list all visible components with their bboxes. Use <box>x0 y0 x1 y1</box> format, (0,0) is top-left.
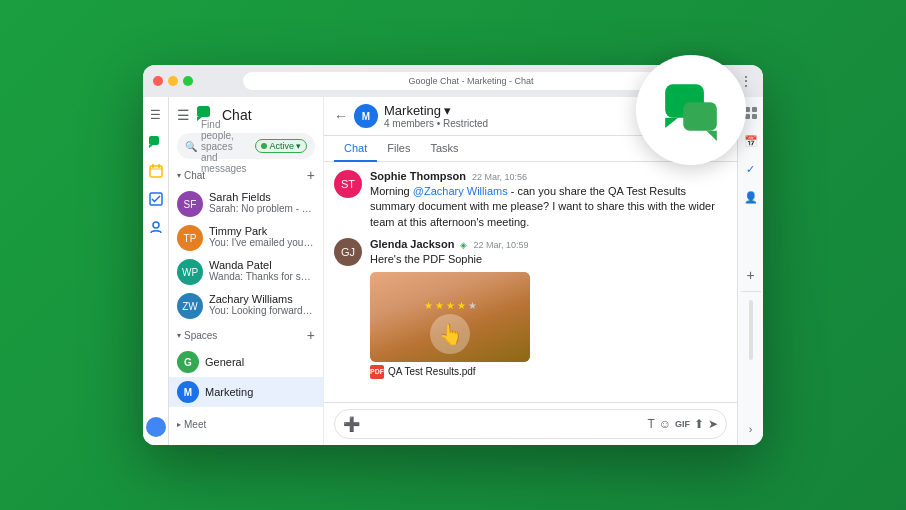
hand-graphic: 👆 <box>430 314 470 354</box>
chat-section-header[interactable]: ▾ Chat + <box>169 163 323 187</box>
meet-arrow: ▸ <box>177 420 181 429</box>
active-dot <box>261 143 267 149</box>
glenda-header: Glenda Jackson ◈ 22 Mar, 10:59 <box>370 238 727 250</box>
right-tasks-icon[interactable]: ✓ <box>741 159 761 179</box>
sidebar: ☰ Chat 🔍 Find people, spaces and message… <box>169 97 324 445</box>
sarah-avatar: SF <box>177 191 203 217</box>
glenda-time: 22 Mar, 10:59 <box>473 240 528 250</box>
gif-button[interactable]: GIF <box>675 419 690 429</box>
svg-point-11 <box>153 222 159 228</box>
star-4: ★ <box>457 300 466 311</box>
people-rail-icon[interactable] <box>146 217 166 237</box>
space-general[interactable]: G General <box>169 347 323 377</box>
sidebar-search[interactable]: 🔍 Find people, spaces and messages Activ… <box>177 133 315 159</box>
right-people-icon[interactable]: 👤 <box>741 187 761 207</box>
right-chevron-icon[interactable]: › <box>741 419 761 439</box>
glenda-text: Here's the PDF Sophie <box>370 252 727 267</box>
compose-input[interactable] <box>366 418 641 430</box>
mention-zachary: @Zachary Williams <box>413 185 508 197</box>
user-avatar-rail[interactable] <box>146 417 166 437</box>
star-2: ★ <box>435 300 444 311</box>
tab-tasks[interactable]: Tasks <box>420 136 468 162</box>
zachary-text: Zachary Williams You: Looking forward to… <box>209 293 315 316</box>
traffic-lights <box>153 76 193 86</box>
url-bar[interactable]: Google Chat - Marketing - Chat <box>243 72 699 90</box>
meet-section[interactable]: ▸ Meet <box>169 415 323 434</box>
send-button[interactable]: ➤ <box>708 417 718 431</box>
pdf-preview-image: ★ ★ ★ ★ ★ 👆 <box>370 272 530 362</box>
chat-item-timmy[interactable]: TP Timmy Park You: I've emailed you a co… <box>169 221 323 255</box>
general-icon: G <box>177 351 199 373</box>
compose-area: ➕ T ☺ GIF ⬆ ➤ <box>324 402 737 445</box>
hamburger-icon[interactable]: ☰ <box>177 107 190 123</box>
chat-item-wanda[interactable]: WP Wanda Patel Wanda: Thanks for sharing… <box>169 255 323 289</box>
tl-green[interactable] <box>183 76 193 86</box>
chat-logo-circle <box>636 55 746 165</box>
outer-background: Google Chat - Marketing - Chat ⋮ ☰ <box>0 0 906 510</box>
svg-rect-2 <box>683 102 717 130</box>
timmy-preview: You: I've emailed you a copy of my lates… <box>209 237 315 248</box>
space-marketing[interactable]: M Marketing <box>169 377 323 407</box>
marketing-icon: M <box>177 381 199 403</box>
active-label: Active <box>269 141 294 151</box>
tab-chat[interactable]: Chat <box>334 136 377 162</box>
timmy-avatar: TP <box>177 225 203 251</box>
tasks-rail-icon[interactable] <box>146 189 166 209</box>
wanda-avatar: WP <box>177 259 203 285</box>
pdf-file-row[interactable]: PDF QA Test Results.pdf <box>370 365 727 379</box>
chat-item-zachary[interactable]: ZW Zachary Williams You: Looking forward… <box>169 289 323 323</box>
right-add-button[interactable]: + <box>746 267 754 283</box>
sophie-avatar: ST <box>334 170 362 198</box>
right-divider <box>741 291 761 292</box>
meet-label: Meet <box>184 419 206 430</box>
zachary-name: Zachary Williams <box>209 293 315 305</box>
sarah-preview: Sarah: No problem - all good! <box>209 203 315 214</box>
add-space-button[interactable]: + <box>307 327 315 343</box>
active-chevron: ▾ <box>296 141 301 151</box>
chat-section-arrow: ▾ <box>177 171 181 180</box>
chat-item-sarah[interactable]: SF Sarah Fields Sarah: No problem - all … <box>169 187 323 221</box>
right-scrollbar[interactable] <box>749 300 753 360</box>
sophie-name: Sophie Thompson <box>370 170 466 182</box>
glenda-name: Glenda Jackson <box>370 238 454 250</box>
wanda-name: Wanda Patel <box>209 259 315 271</box>
compose-actions: T ☺ GIF ⬆ ➤ <box>647 417 718 431</box>
star-5: ★ <box>468 300 477 311</box>
upload-button[interactable]: ⬆ <box>694 417 704 431</box>
compose-add-button[interactable]: ➕ <box>343 416 360 432</box>
message-glenda: GJ Glenda Jackson ◈ 22 Mar, 10:59 Here's… <box>334 238 727 378</box>
wanda-text: Wanda Patel Wanda: Thanks for sharing yo… <box>209 259 315 282</box>
svg-rect-21 <box>752 114 757 119</box>
spaces-section-header[interactable]: ▾ Spaces + <box>169 323 323 347</box>
svg-rect-19 <box>752 107 757 112</box>
sarah-name: Sarah Fields <box>209 191 315 203</box>
chat-rail-icon[interactable] <box>146 133 166 153</box>
sophie-text: Morning @Zachary Williams - can you shar… <box>370 184 727 230</box>
messages-area: ST Sophie Thompson 22 Mar, 10:56 Morning… <box>324 162 737 402</box>
space-title-chevron: ▾ <box>444 103 451 118</box>
pdf-attachment: ★ ★ ★ ★ ★ 👆 <box>370 272 727 379</box>
sidebar-search-icon: 🔍 <box>185 141 197 152</box>
tl-red[interactable] <box>153 76 163 86</box>
svg-marker-5 <box>149 145 153 148</box>
svg-marker-3 <box>707 131 717 141</box>
sarah-text: Sarah Fields Sarah: No problem - all goo… <box>209 191 315 214</box>
zachary-preview: You: Looking forward to catching up wit.… <box>209 305 315 316</box>
wanda-preview: Wanda: Thanks for sharing your thought..… <box>209 271 315 282</box>
star-1: ★ <box>424 300 433 311</box>
format-text-button[interactable]: T <box>647 417 654 431</box>
zachary-avatar: ZW <box>177 293 203 319</box>
right-calendar-icon[interactable]: 📅 <box>741 131 761 151</box>
hamburger-rail-icon[interactable]: ☰ <box>146 105 166 125</box>
back-button[interactable]: ← <box>334 108 348 124</box>
tl-yellow[interactable] <box>168 76 178 86</box>
tab-files[interactable]: Files <box>377 136 420 162</box>
glenda-body: Glenda Jackson ◈ 22 Mar, 10:59 Here's th… <box>370 238 727 378</box>
svg-rect-9 <box>158 164 160 168</box>
svg-marker-1 <box>665 118 678 128</box>
emoji-button[interactable]: ☺ <box>659 417 671 431</box>
calendar-rail-icon[interactable] <box>146 161 166 181</box>
add-chat-button[interactable]: + <box>307 167 315 183</box>
chat-section-label: Chat <box>184 170 205 181</box>
svg-rect-4 <box>149 136 159 145</box>
